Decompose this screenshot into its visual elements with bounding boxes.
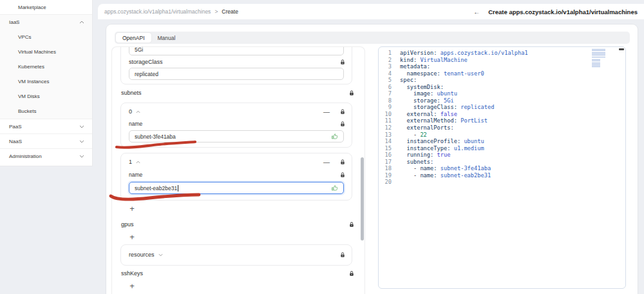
line-content: subnets: (392, 159, 433, 166)
tab-label: OpenAPI (122, 35, 145, 41)
subnet-card-0: 0 — name subnet-3fe41aba (120, 103, 352, 148)
lock-icon[interactable] (349, 271, 354, 277)
text-cursor (178, 185, 178, 191)
subnet-card-1: 1 — name subnet-eab2be31 (120, 153, 352, 201)
line-content: apiVersion: apps.cozystack.io/v1alpha1 (392, 50, 528, 57)
form-scrollbar-thumb[interactable] (361, 157, 364, 240)
editor-line: 11 externalMethod: PortList (379, 117, 625, 124)
line-number: 6 (379, 84, 392, 91)
add-subnet-button[interactable]: + (128, 204, 137, 213)
editor-line: 14 instanceProfile: ubuntu (379, 138, 625, 145)
add-gpu-button[interactable]: + (128, 233, 137, 242)
line-content: externalMethod: PortList (392, 117, 488, 124)
tab-openapi[interactable]: OpenAPI (116, 33, 151, 43)
name-label-row: name (129, 172, 345, 178)
sidebar-item-label: Marketplace (18, 5, 46, 10)
create-resource-panel: OpenAPI Manual 5Gi storageClass replicat… (106, 24, 638, 294)
resources-label-group: resources (129, 251, 163, 258)
card-index: 1 (129, 159, 132, 165)
sidebar-item-label: Buckets (18, 108, 36, 114)
tab-manual[interactable]: Manual (151, 33, 182, 43)
systemdisk-card: 5Gi storageClass replicated (120, 46, 352, 84)
line-content: storage: 5Gi (392, 97, 454, 104)
line-number: 17 (379, 159, 392, 166)
lock-icon[interactable] (340, 172, 345, 178)
subnet-name-input-0[interactable]: subnet-3fe41aba (129, 130, 344, 142)
line-number: 13 (379, 132, 392, 139)
sidebar-item-label: Administration (9, 153, 42, 159)
remove-item-button[interactable]: — (323, 159, 330, 166)
subnet-card-0-header[interactable]: 0 — (129, 107, 345, 116)
sidebar-item-virtual-machines[interactable]: Virtual Machines (0, 44, 92, 59)
gpus-label: gpus (121, 221, 134, 228)
remove-item-button[interactable]: — (323, 108, 330, 115)
sidebar-item-marketplace[interactable]: Marketplace (0, 0, 92, 15)
storageclass-label-row: storageClass (129, 59, 345, 65)
resources-card: resources (120, 244, 352, 266)
lock-icon[interactable] (340, 159, 345, 165)
line-content (392, 179, 400, 186)
yaml-code: 1apiVersion: apps.cozystack.io/v1alpha12… (379, 50, 625, 186)
line-content: storageClass: replicated (392, 104, 494, 111)
subnets-label-row: subnets (121, 90, 354, 96)
line-number: 16 (379, 152, 392, 159)
sidebar-item-label: PaaS (9, 124, 22, 130)
line-number: 20 (379, 179, 392, 186)
sidebar-item-vpcs[interactable]: VPCs (0, 30, 92, 44)
line-content: external: false (392, 111, 457, 118)
editor-mode-tabs: OpenAPI Manual (115, 32, 630, 44)
editor-line: 18 - name: subnet-3fe41aba (379, 165, 625, 172)
editor-line: 13 - 22 (379, 132, 625, 139)
breadcrumb-path[interactable]: apps.cozystack.io/v1alpha1/virtualmachin… (104, 8, 211, 15)
sidebar-item-kubernetes[interactable]: Kubernetes (0, 59, 92, 74)
line-content: instanceType: u1.medium (392, 145, 484, 152)
line-number: 4 (379, 70, 392, 77)
sidebar-item-label: IaaS (9, 19, 19, 25)
minimap[interactable] (592, 49, 605, 67)
header-right: ← Create apps.cozystack.io/v1alpha1/virt… (473, 8, 638, 15)
editor-line: 12 externalPorts: (379, 124, 625, 132)
lock-icon[interactable] (340, 121, 345, 127)
lock-icon[interactable] (340, 109, 345, 115)
line-number: 8 (379, 97, 392, 104)
chevron-up-icon (79, 21, 84, 24)
input-value: 5Gi (135, 46, 143, 53)
resources-header[interactable]: resources (129, 251, 345, 258)
thumbs-up-icon (331, 133, 338, 140)
card-index: 0 (129, 108, 132, 115)
sidebar-item-label: VM Disks (18, 93, 40, 99)
yaml-editor[interactable]: 1apiVersion: apps.cozystack.io/v1alpha12… (378, 46, 626, 289)
subnet-card-1-header[interactable]: 1 — (129, 157, 345, 166)
sidebar-item-buckets[interactable]: Buckets (0, 104, 92, 119)
back-arrow-icon[interactable]: ← (473, 8, 480, 15)
storageclass-input[interactable]: replicated (129, 68, 344, 80)
add-sshkey-button[interactable]: + (128, 282, 137, 291)
line-content: spec: (392, 77, 417, 84)
sidebar-item-administration[interactable]: Administration (0, 149, 92, 164)
line-number: 19 (379, 172, 392, 179)
thumbs-up-icon (331, 184, 338, 191)
editor-line: 17 subnets: (379, 159, 625, 166)
line-content: running: true (392, 152, 450, 159)
editor-line: 2kind: VirtualMachine (379, 57, 625, 64)
lock-icon[interactable] (340, 252, 345, 258)
subnet-name-input-1[interactable]: subnet-eab2be31 (129, 182, 344, 194)
name-label-row: name (129, 121, 345, 127)
storage-input[interactable]: 5Gi (129, 46, 344, 55)
sshkeys-label: sshKeys (121, 270, 143, 277)
lock-icon[interactable] (340, 59, 345, 65)
sidebar-item-vm-disks[interactable]: VM Disks (0, 89, 92, 104)
line-content: externalPorts: (392, 124, 454, 132)
lock-icon[interactable] (349, 90, 354, 96)
input-value: subnet-3fe41aba (135, 133, 176, 140)
minimap-slider[interactable] (619, 48, 624, 50)
editor-line: 15 instanceType: u1.medium (379, 145, 625, 152)
sidebar-item-paas[interactable]: PaaS (0, 119, 92, 134)
lock-icon[interactable] (349, 222, 354, 228)
editor-line: 3metadata: (379, 63, 625, 70)
editor-line: 8 storage: 5Gi (379, 97, 625, 104)
sidebar-item-naas[interactable]: NaaS (0, 134, 92, 149)
line-number: 15 (379, 145, 392, 152)
sidebar-item-iaas[interactable]: IaaS (0, 15, 92, 30)
sidebar-item-vm-instances[interactable]: VM Instances (0, 74, 92, 89)
